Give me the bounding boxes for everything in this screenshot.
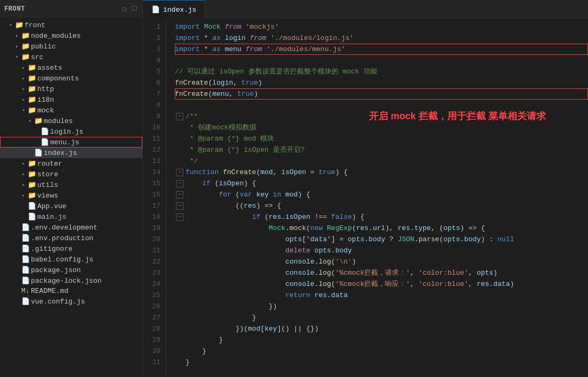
- tree-item-src[interactable]: 📁 src: [0, 52, 142, 62]
- token-res-24: res: [477, 278, 489, 290]
- token-from-3: from: [246, 44, 262, 55]
- tree-item-store[interactable]: 📁 store: [0, 169, 142, 179]
- code-line-9: /**: [175, 111, 588, 122]
- tree-item-env-prod[interactable]: 📄 .env.production: [0, 233, 142, 243]
- label-assets: assets: [37, 64, 142, 72]
- ln-20: 20: [143, 234, 160, 245]
- token-import-3: import: [175, 44, 200, 55]
- tree-item-http[interactable]: 📁 http: [0, 84, 142, 94]
- token-dot19: .: [285, 223, 289, 234]
- editor-area[interactable]: 1 2 3 4 5 6 7 8 9 10 11 12 13 14 15 16 1…: [143, 19, 588, 377]
- tree-item-main-js[interactable]: 📄 main.js: [0, 211, 142, 222]
- fold-18[interactable]: [175, 214, 186, 221]
- tree-item-package-json[interactable]: 📄 package.json: [0, 265, 142, 275]
- token-mod-16: mod: [281, 189, 297, 200]
- code-line-7: fnCreate ( menu , true ): [175, 88, 588, 100]
- code-content[interactable]: 开启 mock 拦截，用于拦截 菜单相关请求 import Mock from …: [166, 19, 588, 377]
- tree-item-app-vue[interactable]: 📄 App.vue: [0, 201, 142, 211]
- ln-5: 5: [143, 66, 160, 77]
- tree-item-package-lock[interactable]: 📄 package-lock.json: [0, 275, 142, 286]
- token-return-25: return: [285, 290, 310, 301]
- token-q20: ?: [385, 234, 398, 245]
- main-content: 📄 index.js 1 2 3 4 5 6 7 8 9 10 11 12 13…: [143, 0, 588, 377]
- tree-item-assets[interactable]: 📁 assets: [0, 62, 142, 73]
- tree-item-front[interactable]: 📁 front: [0, 20, 142, 30]
- label-router: router: [37, 160, 142, 168]
- tree-item-components[interactable]: 📁 components: [0, 73, 142, 84]
- new-folder-icon[interactable]: □: [131, 3, 138, 14]
- token-dot24: .: [315, 278, 319, 290]
- token-indent-18: [186, 211, 252, 223]
- token-comma23b: ,: [469, 267, 477, 278]
- tree-item-views[interactable]: 📁 views: [0, 190, 142, 201]
- sidebar-icons: ☐ □: [121, 3, 138, 14]
- label-index-js: index.js: [44, 149, 142, 157]
- tree-item-babel[interactable]: 📄 babel.config.js: [0, 254, 142, 265]
- token-call-28: })(: [236, 323, 248, 334]
- code-line-17: (( res ) => {: [175, 200, 588, 211]
- file-icon-gitignore: 📄: [21, 244, 31, 253]
- tree-item-modules[interactable]: 📁 modules: [0, 116, 142, 126]
- ln-30: 30: [143, 346, 160, 357]
- token-sp3b: [262, 44, 267, 55]
- tab-index-js[interactable]: 📄 index.js: [143, 0, 205, 19]
- tree-item-vue-config[interactable]: 📄 vue.config.js: [0, 296, 142, 307]
- tree-item-router[interactable]: 📁 router: [0, 158, 142, 169]
- token-brace-26: }): [269, 301, 277, 312]
- tree-item-public[interactable]: 📁 public: [0, 41, 142, 52]
- token-brace-16: ) {: [298, 189, 310, 200]
- new-file-icon[interactable]: ☐: [121, 3, 128, 14]
- token-space-1: [200, 21, 204, 32]
- ln-16: 16: [143, 189, 160, 200]
- tree-item-index-js[interactable]: 📄 index.js: [0, 147, 142, 158]
- code-line-31: }: [175, 357, 588, 368]
- ln-7: 7: [143, 88, 160, 100]
- fold-17[interactable]: [175, 202, 186, 210]
- code-line-23: console . log ( '%cmock拦截，请求：' , 'color:…: [175, 267, 588, 278]
- label-main-js: main.js: [37, 213, 142, 221]
- token-console-22: console: [285, 256, 315, 267]
- token-indent-30: [186, 346, 202, 357]
- ln-1: 1: [143, 21, 160, 32]
- token-bracket28b: ](): [277, 323, 289, 334]
- fold-16[interactable]: [175, 191, 186, 199]
- token-opts-19: opts: [444, 223, 460, 234]
- tree-item-menu-js[interactable]: 📄 menu.js: [0, 137, 142, 147]
- tree-item-gitignore[interactable]: 📄 .gitignore: [0, 243, 142, 254]
- token-indent-29: [186, 334, 219, 346]
- token-dot22: .: [315, 256, 319, 267]
- tree-item-utils[interactable]: 📁 utils: [0, 179, 142, 190]
- ln-10: 10: [143, 122, 160, 133]
- tree-item-readme[interactable]: M↓ README.md: [0, 286, 142, 296]
- arrow-assets: [19, 64, 28, 71]
- token-from-kw-1: from: [225, 21, 241, 32]
- token-mod-14: mod: [260, 167, 272, 178]
- tree-item-node-modules[interactable]: 📁 node_modules: [0, 30, 142, 41]
- fold-9[interactable]: [175, 113, 186, 120]
- tree-item-i18n[interactable]: 📁 i18n: [0, 94, 142, 105]
- tree-item-mock[interactable]: 📁 mock: [0, 105, 142, 116]
- token-indent-15: [186, 178, 202, 189]
- tree-item-login-js[interactable]: 📄 login.js: [0, 126, 142, 137]
- label-package-json: package.json: [31, 266, 142, 274]
- fold-icon-18: [176, 214, 183, 221]
- token-paren20b: ) :: [481, 234, 497, 245]
- token-new-19: new: [310, 223, 323, 234]
- ln-9: 9: [143, 111, 160, 122]
- token-opts-23: opts: [477, 267, 493, 278]
- tab-icon-index-js: 📄: [151, 5, 160, 14]
- folder-icon-store: 📁: [28, 170, 37, 178]
- label-public: public: [31, 43, 142, 51]
- token-close24: ): [510, 278, 514, 290]
- arrow-http: [19, 86, 28, 92]
- file-icon-index-js: 📄: [34, 149, 44, 157]
- token-function-14: function: [186, 167, 219, 178]
- token-or28: ||: [289, 323, 306, 334]
- fold-14[interactable]: [175, 169, 186, 176]
- folder-icon-node-modules: 📁: [21, 31, 31, 40]
- fold-15[interactable]: [175, 180, 186, 187]
- token-true-7: true: [237, 88, 254, 100]
- folder-icon-front: 📁: [15, 21, 25, 29]
- tree-item-env-dev[interactable]: 📄 .env.development: [0, 222, 142, 233]
- arrow-mock: [19, 107, 28, 113]
